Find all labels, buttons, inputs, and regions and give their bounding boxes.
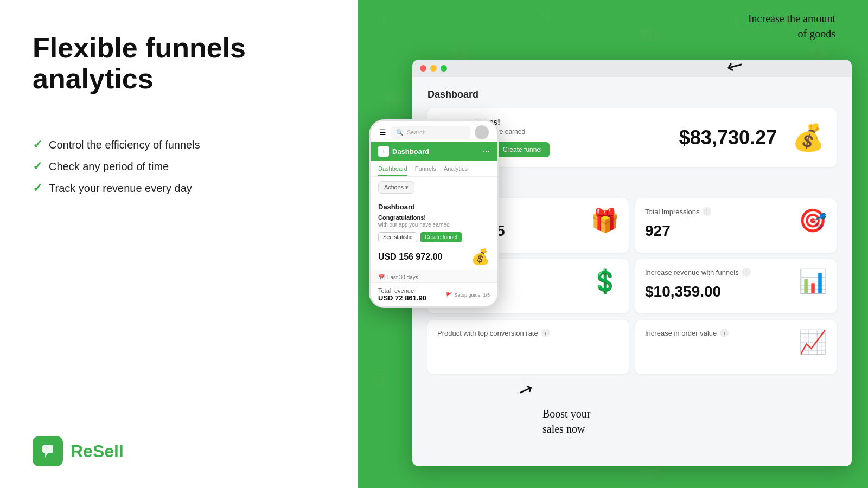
mobile-money-icon: 💰 xyxy=(471,248,490,266)
check-icon: ✓ xyxy=(33,159,42,174)
search-icon: 🔍 xyxy=(396,129,404,136)
mobile-nav: ↑ Dashboard ··· xyxy=(371,142,497,161)
window-titlebar xyxy=(412,60,852,77)
brand-logo: ↑ xyxy=(33,436,63,466)
list-item: ✓ Control the efficiency of funnels xyxy=(33,138,326,152)
brand-area: ↑ ReSell xyxy=(33,436,326,466)
info-icon: i xyxy=(703,207,711,216)
mobile-search-bar[interactable]: 🔍 Search xyxy=(391,126,470,139)
mobile-setup-guide: 🚩 Setup guide: 1/5 xyxy=(446,292,490,298)
create-funnel-button[interactable]: Create funnel xyxy=(495,142,550,157)
annotation-boost: Boost your sales now xyxy=(542,406,590,436)
mobile-create-funnel-button[interactable]: Create funnel xyxy=(420,232,462,242)
mobile-stat-label: Total revenue xyxy=(378,287,426,294)
tab-dashboard[interactable]: Dashboard xyxy=(378,165,407,176)
right-panel: 💵 💰 💵 💴 💵 💰 💴 💵 💰 💵 💴 💵 💰 💵 💴 Increase t… xyxy=(358,0,868,488)
more-options-icon[interactable]: ··· xyxy=(483,146,490,156)
money-stack-icon: 💰 xyxy=(792,123,825,153)
mobile-congrats-title: Congratulations! xyxy=(378,214,490,221)
mobile-status-bar: ☰ 🔍 Search xyxy=(371,121,497,142)
order-icon: 📈 xyxy=(799,329,827,355)
mobile-congrats-sub: with our app you have earned xyxy=(378,222,490,228)
revenue-icon: 🎁 xyxy=(591,207,619,234)
flag-icon: 🚩 xyxy=(446,292,452,298)
mobile-amount: USD 156 972.00 💰 xyxy=(378,248,490,266)
stat-card-top-conversion: Product with top conversion rate i xyxy=(427,320,629,374)
check-icon: ✓ xyxy=(33,181,42,195)
mobile-nav-title: Dashboard xyxy=(392,147,429,156)
stat-value-impressions: 927 xyxy=(645,222,711,240)
earnings-amount: $83,730.27 xyxy=(679,126,777,149)
info-icon: i xyxy=(541,329,550,337)
feature-list: ✓ Control the efficiency of funnels ✓ Ch… xyxy=(33,138,326,195)
check-icon: ✓ xyxy=(33,138,42,152)
mobile-stat-row: Total revenue USD 72 861.90 🚩 Setup guid… xyxy=(371,282,497,306)
stat-card-impressions: Total impressions i 927 🎯 xyxy=(635,198,837,253)
svg-text:↑: ↑ xyxy=(46,446,48,452)
congrats-amount-area: $83,730.27 💰 xyxy=(679,123,825,153)
list-item: ✓ Check any period of time xyxy=(33,159,326,174)
mobile-see-stat-button[interactable]: See statistic xyxy=(378,232,417,242)
page-title: Flexible funnels analytics xyxy=(33,33,326,94)
mobile-date-filter[interactable]: 📅 Last 30 days xyxy=(371,270,497,282)
window-minimize-dot[interactable] xyxy=(430,65,437,72)
search-placeholder: Search xyxy=(407,129,426,136)
hamburger-icon[interactable]: ☰ xyxy=(379,128,386,137)
mobile-section-title: Dashboard xyxy=(378,203,490,211)
mobile-calendar-icon: 📅 xyxy=(378,274,385,280)
list-item: ✓ Track your revenue every day xyxy=(33,181,326,195)
annotation-increase: Increase the amount of goods xyxy=(748,11,835,41)
window-close-dot[interactable] xyxy=(420,65,426,72)
dashboard-title: Dashboard xyxy=(427,89,837,100)
actions-button[interactable]: Actions ▾ xyxy=(378,181,414,194)
mobile-tabs: Dashboard Funnels Analytics xyxy=(371,161,497,177)
info-icon: i xyxy=(742,268,751,277)
mobile-action-buttons: See statistic Create funnel xyxy=(378,232,490,242)
window-maximize-dot[interactable] xyxy=(441,65,447,72)
stat-card-order-value: Increase in order value i 📈 xyxy=(635,320,837,374)
tab-funnels[interactable]: Funnels xyxy=(415,165,436,176)
user-avatar[interactable] xyxy=(475,125,489,139)
nav-logo: ↑ xyxy=(378,146,389,157)
chart-icon: 📊 xyxy=(799,268,827,294)
mobile-mockup: ☰ 🔍 Search ↑ Dashboard ··· Dashboard Fun… xyxy=(369,119,499,308)
left-panel: Flexible funnels analytics ✓ Control the… xyxy=(0,0,358,488)
conversion-icon: 💲 xyxy=(591,268,619,294)
impressions-icon: 🎯 xyxy=(799,207,827,234)
info-icon: i xyxy=(720,329,729,337)
mobile-actions: Actions ▾ xyxy=(371,177,497,198)
stat-card-increase-revenue: Increase revenue with funnels i $10,359.… xyxy=(635,259,837,313)
brand-name: ReSell xyxy=(71,441,124,461)
mobile-stat-value: USD 72 861.90 xyxy=(378,294,426,302)
tab-analytics[interactable]: Analytics xyxy=(444,165,468,176)
stat-value-increase: $10,359.00 xyxy=(645,283,751,300)
mobile-section: Dashboard Congratulations! with our app … xyxy=(371,198,497,270)
